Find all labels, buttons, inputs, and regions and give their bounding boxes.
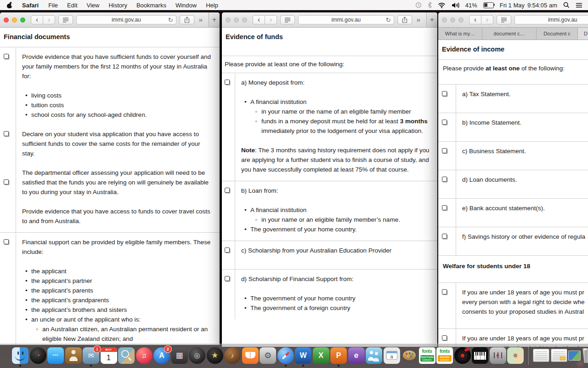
- trash-icon[interactable]: [582, 348, 588, 363]
- checkbox[interactable]: [442, 148, 447, 153]
- messages-icon[interactable]: •••: [47, 347, 64, 364]
- dj-app-icon[interactable]: [454, 347, 471, 364]
- checkbox[interactable]: [442, 335, 447, 340]
- checkbox[interactable]: [4, 131, 9, 136]
- menu-bookmarks[interactable]: Bookmarks: [132, 2, 171, 9]
- battery-percent[interactable]: 41%: [465, 2, 477, 9]
- zoom-button[interactable]: [242, 17, 247, 23]
- reload-icon[interactable]: ↻: [168, 17, 173, 23]
- new-tab-button[interactable]: +: [426, 12, 437, 27]
- menu-help[interactable]: Help: [201, 2, 223, 9]
- menu-window[interactable]: Window: [171, 2, 201, 9]
- art-palette-icon[interactable]: [401, 347, 418, 364]
- dvd-player-icon[interactable]: ◎: [189, 347, 205, 364]
- minimized-window-1[interactable]: [533, 349, 549, 362]
- checkbox[interactable]: [442, 205, 447, 210]
- powerpoint-icon[interactable]: P: [330, 347, 347, 364]
- reload-icon[interactable]: ↻: [386, 17, 391, 23]
- back-button[interactable]: ‹: [469, 15, 481, 24]
- back-button[interactable]: ‹: [253, 15, 265, 24]
- contacts-icon[interactable]: [65, 347, 82, 364]
- menu-file[interactable]: File: [44, 2, 62, 9]
- zoom-button[interactable]: [458, 17, 464, 23]
- address-bar[interactable]: immi.gov.au ↻: [298, 15, 394, 24]
- address-bar[interactable]: immi.gov.au ↻: [76, 15, 176, 24]
- photo-booth-icon[interactable]: ▦: [171, 347, 188, 364]
- minimize-button[interactable]: [12, 17, 17, 23]
- cursive-fonts-collection-icon[interactable]: fontsCursiveCollection: [436, 347, 453, 364]
- excel-icon[interactable]: X: [313, 347, 329, 364]
- garageband-icon[interactable]: ♪: [224, 347, 241, 364]
- checkbox[interactable]: [225, 188, 230, 193]
- checkbox[interactable]: [4, 179, 9, 184]
- notification-center-icon[interactable]: [576, 3, 582, 8]
- bluetooth-icon[interactable]: [428, 2, 432, 8]
- volume-icon[interactable]: [452, 2, 459, 8]
- checkbox[interactable]: [225, 80, 230, 85]
- messenger-icon[interactable]: [366, 347, 382, 364]
- checkbox[interactable]: [442, 177, 447, 182]
- mail-icon[interactable]: 1✉: [83, 347, 99, 364]
- wifi-icon[interactable]: [438, 2, 446, 8]
- checkbox[interactable]: [442, 234, 447, 239]
- calendar-icon[interactable]: MAY1: [101, 347, 117, 364]
- apple-menu-icon[interactable]: [6, 2, 12, 8]
- minimize-button[interactable]: [234, 17, 239, 23]
- menu-history[interactable]: History: [104, 2, 131, 9]
- minimize-button[interactable]: [450, 17, 455, 23]
- checkbox[interactable]: [4, 54, 9, 59]
- checkbox[interactable]: [442, 289, 447, 294]
- system-preferences-icon[interactable]: ⚙: [260, 347, 276, 364]
- forward-button[interactable]: ›: [481, 15, 493, 24]
- checkbox[interactable]: [225, 276, 230, 281]
- share-button[interactable]: [180, 15, 194, 24]
- menu-safari[interactable]: Safari: [17, 2, 44, 9]
- checkbox[interactable]: [442, 91, 447, 96]
- piano-app-icon[interactable]: [472, 347, 488, 364]
- dashboard-icon[interactable]: ◔: [30, 347, 46, 364]
- sidebar-button[interactable]: [58, 15, 73, 24]
- tab-document-c2[interactable]: Document c: [537, 28, 578, 40]
- menu-view[interactable]: View: [82, 2, 104, 9]
- checkbox[interactable]: [442, 120, 447, 125]
- close-button[interactable]: [226, 17, 231, 23]
- address-bar[interactable]: immi.gov.au ↻: [514, 15, 588, 24]
- back-button[interactable]: ‹: [31, 15, 43, 24]
- spotlight-icon[interactable]: [563, 2, 570, 8]
- minimized-photo[interactable]: [568, 351, 581, 361]
- toolbar-overflow-button[interactable]: ››: [198, 16, 204, 23]
- checkbox[interactable]: [4, 239, 9, 244]
- entourage-icon[interactable]: e: [348, 347, 365, 364]
- itunes-icon[interactable]: ♫: [136, 347, 153, 364]
- close-button[interactable]: [442, 17, 447, 23]
- zoom-button[interactable]: [20, 17, 25, 23]
- menu-edit[interactable]: Edit: [62, 2, 82, 9]
- ibooks-icon[interactable]: [242, 347, 259, 364]
- battery-icon[interactable]: [483, 2, 494, 8]
- app-store-icon[interactable]: 2A: [153, 347, 170, 364]
- maps-app-icon[interactable]: ✵: [507, 347, 524, 364]
- share-button[interactable]: [397, 15, 412, 24]
- new-tab-button[interactable]: +: [209, 12, 220, 27]
- toolbar-overflow-button[interactable]: ››: [415, 16, 421, 23]
- preview-icon[interactable]: [118, 347, 135, 364]
- time-machine-icon[interactable]: [415, 2, 422, 8]
- sidebar-button[interactable]: [497, 15, 511, 24]
- checkbox[interactable]: [225, 247, 230, 253]
- tab-document-active[interactable]: D: [578, 28, 588, 40]
- close-button[interactable]: [4, 17, 9, 23]
- menu-clock[interactable]: Fri 1 May9:54:05 am: [500, 2, 557, 9]
- audio-mixer-icon[interactable]: [490, 347, 506, 364]
- finder-icon[interactable]: [12, 347, 28, 364]
- imovie-icon[interactable]: ★: [207, 347, 223, 364]
- tab-document-c1[interactable]: document c…: [482, 28, 537, 40]
- forward-button[interactable]: ›: [265, 15, 277, 24]
- minimized-window-2[interactable]: [551, 349, 567, 362]
- document-connection-icon[interactable]: a: [384, 347, 400, 364]
- sidebar-button[interactable]: [280, 15, 295, 24]
- forward-button[interactable]: ›: [43, 15, 55, 24]
- tab-what-is-my[interactable]: What is my…: [438, 28, 482, 40]
- free-fonts-collection-icon[interactable]: fontsFree FontsCollection: [419, 347, 435, 364]
- word-icon[interactable]: W: [295, 347, 311, 364]
- safari-icon[interactable]: [277, 347, 294, 364]
